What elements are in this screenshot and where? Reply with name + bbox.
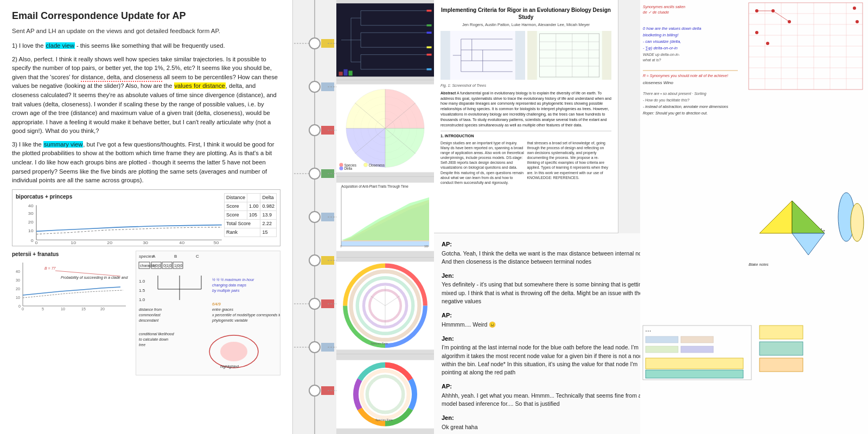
svg-text:1.0: 1.0 bbox=[139, 297, 145, 302]
svg-text:50: 50 bbox=[214, 241, 219, 245]
svg-text:C: C bbox=[196, 254, 199, 259]
svg-point-207 bbox=[766, 42, 769, 45]
connector-svg bbox=[293, 0, 336, 434]
svg-text:0: 0 bbox=[35, 241, 37, 245]
svg-rect-119 bbox=[344, 69, 348, 76]
svg-rect-118 bbox=[339, 72, 343, 75]
doc-title: Implementing Criteria for Rigor in an Ev… bbox=[441, 7, 611, 21]
notes-svg: Synonymes ancills salien de ✓ de cluade bbox=[640, 0, 868, 434]
viz-thumb-1[interactable] bbox=[336, 0, 434, 80]
document-panel: Implementing Criteria for Rigor in an Ev… bbox=[434, 0, 618, 233]
svg-text:- ∑φ) delta-on-or-in: - ∑φ) delta-on-or-in bbox=[643, 46, 678, 50]
svg-text:1|0|0: 1|0|0 bbox=[152, 264, 161, 268]
svg-text:40: 40 bbox=[179, 241, 184, 245]
circular-viz-2: Species Rate bbox=[336, 354, 434, 434]
svg-point-228 bbox=[851, 203, 864, 241]
svg-text:20: 20 bbox=[100, 307, 105, 311]
svg-text:closeness Wino: closeness Wino bbox=[643, 80, 674, 85]
svg-text:10: 10 bbox=[61, 307, 65, 311]
svg-text:There are • so about present ·: There are • so about present · Sorting bbox=[643, 92, 706, 96]
right-column-1: Implementing Criteria for Rigor in an Ev… bbox=[434, 0, 640, 434]
svg-text:0 how are the values down delt: 0 how are the values down delta bbox=[643, 26, 701, 31]
convo-msg-1: Jen: Yes definitely - it's using that bu… bbox=[442, 271, 654, 305]
clade-view-highlight: clade view bbox=[46, 42, 75, 49]
svg-text:20: 20 bbox=[16, 287, 20, 291]
speaker-3: Jen: bbox=[442, 334, 654, 343]
convo-msg-2: AP: Hmmmm.... Weird 😐 bbox=[442, 311, 654, 329]
text-1: Yes definitely - it's using that but som… bbox=[442, 280, 654, 305]
speaker-1: Jen: bbox=[442, 271, 654, 280]
handwritten-notes-panel: Synonymes ancills salien de ✓ de cluade bbox=[640, 0, 868, 434]
circular-summary-viz: Species Rate bbox=[336, 258, 434, 354]
svg-text:0: 0 bbox=[18, 304, 21, 308]
svg-rect-238 bbox=[760, 326, 803, 339]
svg-text:Roper: Should you get to direc: Roper: Should you get to direction out. bbox=[643, 111, 708, 116]
intro-title: 1. INTRODUCTION bbox=[441, 133, 611, 138]
svg-point-73 bbox=[309, 342, 320, 353]
svg-text:30: 30 bbox=[143, 241, 148, 245]
svg-rect-234 bbox=[646, 346, 678, 353]
svg-text:1|0|0: 1|0|0 bbox=[174, 264, 182, 268]
svg-text:5: 5 bbox=[42, 307, 44, 311]
tree-viz-dark bbox=[336, 0, 434, 80]
svg-text:30: 30 bbox=[16, 278, 20, 282]
svg-text:to calculate down: to calculate down bbox=[139, 337, 168, 341]
values-distance-highlight: values for distance bbox=[174, 82, 226, 89]
svg-text:Closeness: Closeness bbox=[368, 163, 384, 167]
text-4: Ahhhh, yeah. I get what you mean. Hmmm..… bbox=[442, 392, 654, 408]
svg-text:by multiple pairs: by multiple pairs bbox=[212, 289, 240, 293]
svg-text:tree: tree bbox=[139, 343, 145, 347]
svg-text:Acquisition of Anti-Plant Trai: Acquisition of Anti-Plant Traits Through… bbox=[341, 184, 409, 189]
viz-thumb-4[interactable]: Species Rate bbox=[336, 258, 434, 354]
convo-msg-5: Jen: Ok great haha bbox=[442, 413, 654, 431]
doc-fig-caption: Fig. 1: Screenshot of Trees bbox=[441, 83, 611, 88]
svg-text:100: 100 bbox=[424, 246, 429, 248]
svg-text:Species Rate: Species Rate bbox=[371, 342, 388, 345]
viz-thumb-5[interactable]: Species Rate bbox=[336, 354, 434, 434]
svg-point-63 bbox=[220, 342, 247, 361]
svg-point-74 bbox=[309, 385, 320, 396]
svg-text:20: 20 bbox=[28, 220, 34, 225]
svg-text:Species Rate: Species Rate bbox=[375, 418, 393, 422]
svg-rect-232 bbox=[646, 336, 678, 343]
svg-rect-120 bbox=[349, 71, 353, 75]
svg-text:10: 10 bbox=[28, 229, 34, 233]
convo-msg-0: AP: Gotcha. Yeah, I think the delta we w… bbox=[442, 240, 654, 266]
svg-rect-115 bbox=[427, 46, 432, 48]
svg-rect-240 bbox=[760, 358, 803, 372]
svg-rect-175 bbox=[537, 31, 602, 80]
svg-text:1.5: 1.5 bbox=[139, 288, 145, 293]
chart2-title: petersii + franatus bbox=[12, 251, 131, 259]
svg-rect-239 bbox=[760, 342, 803, 355]
convo-msg-4: AP: Ahhhh, yeah. I get what you mean. Hm… bbox=[442, 382, 654, 408]
intro-col-2: that stresses a broad set of knowledge o… bbox=[527, 141, 612, 186]
svg-text:- instead of abstraction, anno: - instead of abstraction, annotate more … bbox=[643, 105, 729, 108]
doc-figure-2 bbox=[527, 31, 612, 80]
svg-text:changing data maps: changing data maps bbox=[212, 283, 247, 288]
subtitle: Sent AP and LH an update on the views an… bbox=[12, 27, 280, 36]
svg-point-204 bbox=[853, 7, 856, 10]
svg-text:species: species bbox=[139, 254, 154, 259]
svg-text:phylogenetic variable: phylogenetic variable bbox=[212, 318, 248, 323]
svg-text:- can visualize (delta,: - can visualize (delta, bbox=[643, 39, 681, 44]
speaker-2: AP: bbox=[442, 311, 654, 320]
speaker-0: AP: bbox=[442, 240, 654, 249]
svg-text:Probability of succeeding in a: Probability of succeeding in a clade and bbox=[61, 276, 128, 280]
viz-thumb-2[interactable]: Species Delta Closeness bbox=[336, 80, 434, 177]
email-content-panel: Email Correspondence Update for AP Sent … bbox=[0, 0, 293, 434]
convo-msg-3: Jen: I'm pointing at the last internal n… bbox=[442, 334, 654, 376]
paragraph-2: 2) Also, perfect. I think it really show… bbox=[12, 55, 280, 136]
svg-text:Synonymes ancills salien: Synonymes ancills salien bbox=[643, 5, 685, 9]
svg-point-66 bbox=[309, 38, 320, 49]
chart-biporcatus: biporcatus + princeps 0 10 20 30 40 0 10… bbox=[12, 189, 280, 246]
svg-rect-236 bbox=[646, 358, 743, 369]
summary-view-highlight: summary view bbox=[43, 141, 83, 148]
svg-point-139 bbox=[363, 163, 367, 167]
text-0: Gotcha. Yeah, I think the delta we want … bbox=[442, 250, 654, 266]
svg-text:highlighted: highlighted bbox=[220, 365, 239, 369]
svg-text:x percentile of model/type cor: x percentile of model/type corresponds t… bbox=[212, 313, 280, 317]
viz-thumb-3[interactable]: Acquisition of Anti-Plant Traits Through… bbox=[336, 177, 434, 257]
svg-text:• • •: • • • bbox=[646, 329, 651, 333]
svg-text:what at is?: what at is? bbox=[643, 58, 661, 62]
svg-text:½ ½ ½ maximum in-hour: ½ ½ ½ maximum in-hour bbox=[212, 278, 254, 282]
